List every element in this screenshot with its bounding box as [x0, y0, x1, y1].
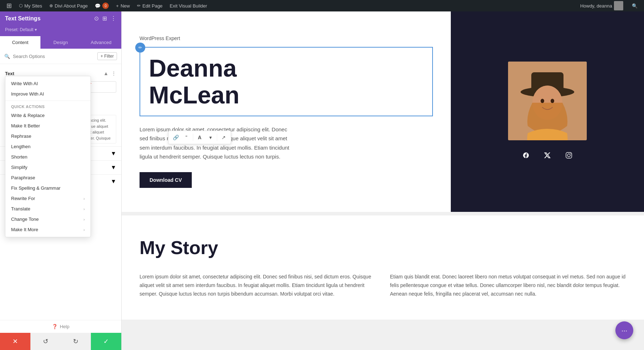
make-it-more-arrow-icon: › — [83, 228, 85, 232]
preset-selector[interactable]: Preset: Default — [0, 25, 121, 36]
make-it-better-item[interactable]: Make It Better — [5, 121, 91, 131]
rephrase-label: Rephrase — [11, 133, 31, 139]
wp-logo-item[interactable]: ⊞ — [3, 0, 15, 11]
rewrite-for-item[interactable]: Rewrite For › — [5, 193, 91, 204]
background-chevron-icon: ▼ — [111, 164, 116, 171]
exit-label: Exit Visual Builder — [170, 3, 207, 9]
search-input[interactable] — [13, 54, 94, 59]
expert-label: WordPress Expert — [140, 35, 433, 41]
hero-photo — [508, 62, 587, 140]
section-controls: ▲ ⋮ — [103, 71, 116, 76]
popup-link-btn[interactable]: 🔗 — [171, 132, 181, 142]
search-icon: 🔍 — [4, 54, 10, 59]
save-button[interactable]: ✓ — [91, 333, 121, 350]
more-icon[interactable]: ⋮ — [111, 71, 116, 76]
download-cv-button[interactable]: Download CV — [140, 172, 192, 188]
my-sites-icon: ⬡ — [19, 3, 23, 8]
shorten-item[interactable]: Shorten — [5, 152, 91, 162]
text-section-title: Text — [5, 71, 14, 76]
rephrase-item[interactable]: Rephrase — [5, 131, 91, 141]
make-it-better-label: Make It Better — [11, 123, 40, 128]
story-section: My Story Lorem ipsum dolor sit amet, con… — [122, 215, 644, 320]
search-item[interactable]: 🔍 — [628, 0, 641, 11]
hero-name-box: ✏ DeannaMcLean — [140, 47, 433, 116]
hero-left: WordPress Expert ✏ DeannaMcLean Lorem ip… — [122, 11, 451, 212]
improve-with-ai-item[interactable]: Improve With AI — [5, 89, 91, 99]
instagram-icon[interactable] — [562, 149, 575, 162]
write-replace-item[interactable]: Write & Replace — [5, 110, 91, 121]
my-sites-item[interactable]: ⬡ My Sites — [15, 0, 46, 11]
story-title: My Story — [140, 237, 626, 258]
new-label: New — [121, 3, 130, 9]
tab-content[interactable]: Content — [0, 36, 40, 49]
help-icon: ❓ — [52, 324, 58, 329]
svg-point-7 — [567, 154, 570, 157]
float-chat-button[interactable]: ··· — [615, 321, 633, 339]
change-tone-label: Change Tone — [11, 217, 39, 222]
story-col-2: Etiam quis blandit erat. Donec laoreet l… — [390, 273, 626, 298]
preset-label: Preset: Default — [5, 27, 37, 32]
translate-item[interactable]: Translate › — [5, 204, 91, 214]
user-avatar — [614, 1, 623, 10]
undo-button[interactable]: ↺ — [30, 333, 61, 350]
popup-quote-btn[interactable]: " — [181, 132, 191, 142]
story-columns: Lorem ipsum dolor sit amet, consectetur … — [140, 273, 626, 298]
write-with-ai-item[interactable]: Write With AI — [5, 78, 91, 89]
collapse-icon[interactable]: ▲ — [103, 71, 108, 76]
filter-button[interactable]: + Filter — [97, 52, 117, 60]
howdy-item[interactable]: Howdy, deanna — [577, 0, 627, 11]
comments-item[interactable]: 💬 0 — [91, 0, 112, 11]
column-view-icon[interactable]: ⊞ — [102, 15, 107, 22]
edit-icon: ✏ — [137, 3, 141, 8]
ai-context-menu: Write With AI Improve With AI Quick Acti… — [5, 76, 91, 237]
cancel-button[interactable]: ✕ — [0, 333, 30, 350]
divi-icon: ⊕ — [49, 3, 53, 8]
simplify-item[interactable]: Simplify — [5, 162, 91, 172]
exit-visual-builder-item[interactable]: Exit Visual Builder — [166, 0, 211, 11]
sidebar-search-bar: 🔍 + Filter — [0, 49, 121, 64]
plus-icon: + — [116, 3, 119, 9]
divi-sidebar: Text Settings ⊙ ⊞ ⋮ Preset: Default Cont… — [0, 11, 122, 350]
social-icons — [519, 149, 575, 162]
change-tone-item[interactable]: Change Tone › — [5, 214, 91, 224]
hero-name: DeannaMcLean — [149, 55, 424, 108]
popup-color-btn[interactable]: A — [195, 132, 205, 142]
lengthen-label: Lengthen — [11, 144, 30, 149]
float-icon: ··· — [621, 326, 628, 335]
twitter-x-icon[interactable] — [541, 149, 554, 162]
translate-label: Translate — [11, 206, 30, 212]
sidebar-tabs: Content Design Advanced — [0, 36, 121, 49]
edit-page-item[interactable]: ✏ Edit Page — [133, 0, 166, 11]
popup-share-btn[interactable]: ↗ — [219, 132, 229, 142]
sidebar-header: Text Settings ⊙ ⊞ ⋮ — [0, 11, 121, 25]
shorten-label: Shorten — [11, 154, 28, 160]
sidebar-header-icons: ⊙ ⊞ ⋮ — [94, 15, 116, 22]
facebook-icon[interactable] — [519, 149, 532, 162]
divi-about-page-item[interactable]: ⊕ Divi About Page — [46, 0, 92, 11]
popup-color-dropdown[interactable]: ▾ — [205, 132, 215, 142]
new-item[interactable]: + New — [112, 0, 133, 11]
tab-advanced[interactable]: Advanced — [81, 36, 121, 49]
paraphrase-label: Paraphrase — [11, 175, 35, 180]
tab-design[interactable]: Design — [40, 36, 81, 49]
focus-mode-icon[interactable]: ⊙ — [94, 15, 99, 22]
text-context-popup: 🔗 " A ▾ ↗ — [168, 131, 231, 144]
make-it-more-item[interactable]: Make It More › — [5, 224, 91, 235]
redo-button[interactable]: ↻ — [61, 333, 91, 350]
popup-divider — [193, 134, 193, 141]
story-col-1: Lorem ipsum dolor sit amet, consectetur … — [140, 273, 376, 298]
page-inner: WordPress Expert ✏ DeannaMcLean Lorem ip… — [122, 11, 644, 350]
admin-bar-right: Howdy, deanna 🔍 — [577, 0, 641, 11]
divi-about-label: Divi About Page — [55, 3, 88, 9]
fix-spelling-label: Fix Spelling & Grammar — [11, 185, 60, 191]
paraphrase-item[interactable]: Paraphrase — [5, 172, 91, 183]
fix-spelling-item[interactable]: Fix Spelling & Grammar — [5, 183, 91, 193]
my-sites-label: My Sites — [24, 3, 42, 9]
edit-icon[interactable]: ✏ — [135, 43, 145, 53]
write-with-ai-label: Write With AI — [11, 81, 38, 86]
lengthen-item[interactable]: Lengthen — [5, 141, 91, 152]
make-it-more-label: Make It More — [11, 227, 38, 232]
more-options-icon[interactable]: ⋮ — [111, 15, 116, 22]
sidebar-help[interactable]: ❓ Help — [0, 320, 121, 333]
sidebar-actions: ✕ ↺ ↻ ✓ — [0, 333, 121, 350]
